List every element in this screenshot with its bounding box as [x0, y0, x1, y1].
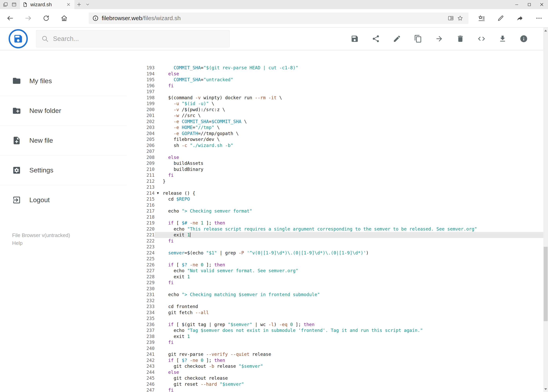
code-line-232[interactable]: 232 [127, 298, 543, 304]
home-button[interactable] [60, 12, 69, 24]
code-line-195[interactable]: 195 COMMIT_SHA="untracked" [127, 77, 543, 83]
sidebar-item-my-files[interactable]: My files [0, 66, 127, 96]
web-note-button[interactable] [496, 12, 505, 24]
code-line-237[interactable]: 237 echo "Tag $semver does not exist in … [127, 327, 543, 334]
code-line-213[interactable]: 213 [127, 184, 543, 190]
window-close-button[interactable] [535, 0, 548, 9]
code-line-242[interactable]: 242 if [ $? -ne 0 ]; then [127, 357, 543, 364]
scrollbar-down-arrow[interactable] [543, 386, 548, 392]
tabs-preview-button[interactable] [10, 0, 18, 9]
sidebar-item-settings[interactable]: Settings [0, 155, 127, 185]
code-line-198[interactable]: 198 $(command -v winpty) docker run --rm… [127, 95, 543, 101]
code-line-197[interactable]: 197 [127, 89, 543, 95]
save-button[interactable] [350, 35, 359, 43]
code-line-241[interactable]: 241 git rev-parse --verify --quiet relea… [127, 351, 543, 357]
code-line-205[interactable]: 205 filebrowser/dev \ [127, 136, 543, 142]
code-line-208[interactable]: 208 else [127, 154, 543, 161]
code-line-246[interactable]: 246 git reset --hard "$semver" [127, 381, 543, 387]
tab-list-chevron-button[interactable] [83, 0, 92, 9]
search-input[interactable] [53, 35, 224, 42]
reading-view-button[interactable] [446, 14, 456, 23]
code-button[interactable] [477, 35, 486, 43]
sidebar-item-new-folder[interactable]: New folder [0, 96, 127, 126]
back-button[interactable] [6, 12, 14, 24]
scrollbar-thumb[interactable] [544, 247, 548, 321]
share-button[interactable] [372, 35, 380, 43]
code-line-245[interactable]: 245 git checkout release [127, 375, 543, 381]
code-line-212[interactable]: 212} [127, 178, 543, 184]
code-line-209[interactable]: 209 buildAssets [127, 160, 543, 166]
code-line-230[interactable]: 230 [127, 286, 543, 292]
code-line-222[interactable]: 222 fi [127, 238, 543, 244]
more-options-button[interactable] [535, 12, 543, 24]
code-line-207[interactable]: 207 [127, 148, 543, 154]
code-line-220[interactable]: 220 echo "This release script requires a… [127, 226, 543, 232]
code-line-227[interactable]: 227 echo "Not valid semver format. See s… [127, 268, 543, 274]
favorites-hub-button[interactable] [477, 12, 486, 24]
info-button[interactable] [520, 35, 528, 43]
code-line-204[interactable]: 204 -e GOPATH=//tmp/gopath \ [127, 131, 543, 137]
scrollbar-up-arrow[interactable] [543, 28, 548, 34]
code-line-236[interactable]: 236 if [ $(git tag | grep "$semver" | wc… [127, 322, 543, 328]
code-line-238[interactable]: 238 exit 1 [127, 334, 543, 340]
code-line-243[interactable]: 243 git checkout -b release "$semver" [127, 363, 543, 369]
copy-button[interactable] [414, 35, 422, 43]
code-editor[interactable]: 193 COMMIT_SHA="$(git rev-parse HEAD | c… [127, 50, 543, 392]
code-line-239[interactable]: 239 fi [127, 339, 543, 345]
code-line-228[interactable]: 228 exit 1 [127, 274, 543, 280]
favorite-star-button[interactable] [456, 14, 465, 23]
code-line-221[interactable]: 221 exit 1 [127, 232, 543, 238]
code-line-211[interactable]: 211 fi [127, 172, 543, 178]
new-tab-button[interactable] [75, 0, 83, 9]
code-line-224[interactable]: 224 semver=$(echo "$1" | grep -P '^v(0|[… [127, 250, 543, 256]
code-line-217[interactable]: 217 echo "> Checking semver format" [127, 208, 543, 214]
code-line-214[interactable]: 214▾release () { [127, 190, 543, 196]
code-line-229[interactable]: 229 fi [127, 280, 543, 286]
code-line-193[interactable]: 193 COMMIT_SHA="$(git rev-parse HEAD | c… [127, 65, 543, 71]
code-line-219[interactable]: 219 if [ $# -ne 1 ]; then [127, 220, 543, 226]
address-bar[interactable]: filebrowser.web/files/wizard.sh [89, 13, 468, 24]
code-line-200[interactable]: 200 -v /$(pwd):/src:z \ [127, 107, 543, 113]
tabs-set-aside-button[interactable] [1, 0, 10, 9]
forward-button[interactable] [24, 12, 33, 24]
window-minimize-button[interactable] [510, 0, 523, 9]
code-line-223[interactable]: 223 [127, 244, 543, 250]
code-line-210[interactable]: 210 buildBinary [127, 166, 543, 172]
code-line-206[interactable]: 206 sh -c "./wizard.sh -b" [127, 142, 543, 148]
code-line-194[interactable]: 194 else [127, 71, 543, 77]
code-line-234[interactable]: 234 git fetch --all [127, 310, 543, 316]
tab-close-button[interactable] [65, 0, 72, 9]
code-line-240[interactable]: 240 [127, 345, 543, 351]
fold-marker-icon[interactable]: ▾ [155, 190, 161, 196]
refresh-button[interactable] [42, 12, 50, 24]
code-line-235[interactable]: 235 [127, 315, 543, 322]
share-page-button[interactable] [515, 12, 524, 24]
help-link[interactable]: Help [12, 239, 127, 247]
download-button[interactable] [498, 35, 507, 43]
code-line-226[interactable]: 226 if [ $? -ne 0 ]; then [127, 262, 543, 268]
code-line-201[interactable]: 201 -w //src \ [127, 112, 543, 119]
code-line-231[interactable]: 231 echo "> Checking matching $semver in… [127, 292, 543, 298]
sidebar-item-logout[interactable]: Logout [0, 185, 127, 215]
sidebar-item-new-file[interactable]: New file [0, 126, 127, 155]
code-line-244[interactable]: 244 else [127, 369, 543, 375]
code-line-199[interactable]: 199 -u "$(id -u)" \ [127, 101, 543, 107]
code-line-203[interactable]: 203 -e HOME="//tmp" \ [127, 125, 543, 131]
code-line-218[interactable]: 218 [127, 214, 543, 220]
code-line-202[interactable]: 202 -e COMMIT_SHA=$COMMIT_SHA \ [127, 119, 543, 125]
page-scrollbar[interactable] [543, 28, 548, 392]
code-line-196[interactable]: 196 fi [127, 83, 543, 89]
code-line-247[interactable]: 247 fi [127, 387, 543, 392]
delete-button[interactable] [456, 35, 465, 43]
code-line-225[interactable]: 225 [127, 256, 543, 262]
code-line-233[interactable]: 233 cd frontend [127, 304, 543, 310]
chevron-down-icon [85, 2, 90, 7]
search-box[interactable] [36, 30, 230, 47]
filebrowser-logo[interactable] [9, 29, 28, 48]
code-line-215[interactable]: 215 cd $REPO [127, 196, 543, 202]
edit-button[interactable] [393, 35, 401, 43]
move-button[interactable] [435, 35, 444, 43]
code-line-216[interactable]: 216 [127, 202, 543, 208]
window-maximize-button[interactable] [523, 0, 535, 9]
browser-tab-wizard[interactable]: wizard.sh [20, 0, 75, 9]
